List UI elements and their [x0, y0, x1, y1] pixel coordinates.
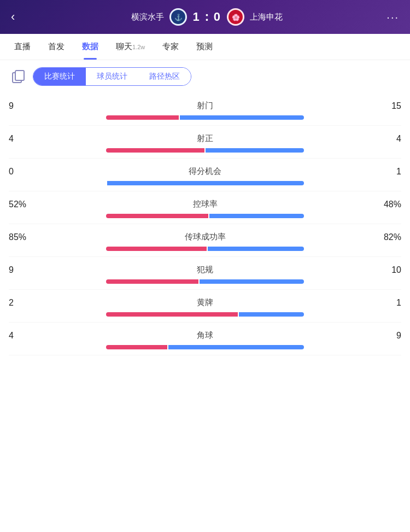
svg-text:🌸: 🌸: [231, 13, 239, 21]
stat-label: 角球: [197, 330, 213, 341]
bar-right: [168, 345, 304, 349]
stat-bar: [9, 247, 401, 251]
stat-left-value: 4: [9, 134, 36, 144]
tab-live[interactable]: 直播: [5, 34, 39, 60]
tab-data[interactable]: 数据: [73, 34, 107, 60]
match-score: 1：0: [192, 9, 221, 25]
sub-tab-player-stats[interactable]: 球员统计: [86, 68, 138, 85]
stat-label: 黄牌: [197, 297, 213, 308]
stat-row: 52% 控球率 48%: [9, 191, 401, 224]
sub-tabs-row: 比赛统计 球员统计 路径热区: [0, 60, 410, 93]
stat-right-value: 82%: [374, 232, 401, 242]
stat-right-value: 1: [374, 167, 401, 177]
stat-row: 9 犯规 10: [9, 257, 401, 290]
stat-left-value: 4: [9, 331, 36, 341]
stat-label: 控球率: [193, 199, 218, 209]
tab-expert[interactable]: 专家: [154, 34, 188, 60]
bar-right: [208, 247, 304, 251]
stat-right-value: 15: [374, 101, 401, 111]
bar-left: [106, 115, 179, 120]
stat-bar: [9, 214, 401, 218]
stat-row: 4 角球 9: [9, 323, 401, 355]
bar-right: [209, 214, 304, 218]
stat-bar: [9, 115, 401, 120]
tab-predict[interactable]: 预测: [188, 34, 221, 60]
header: ‹ 横滨水手 ⚓ 1：0 🌸 上海申花 ···: [0, 0, 410, 34]
stat-label: 射门: [197, 101, 213, 111]
sub-tab-heatmap[interactable]: 路径热区: [138, 68, 191, 85]
stat-row: 2 黄牌 1: [9, 290, 401, 323]
sub-tab-match-stats[interactable]: 比赛统计: [33, 68, 86, 85]
bar-left: [106, 312, 238, 317]
bar-left: [106, 148, 204, 153]
stat-bar: [9, 181, 401, 185]
stat-label: 犯规: [197, 265, 213, 275]
stat-bar: [9, 279, 401, 284]
bar-right: [200, 279, 304, 284]
team-right-badge: 🌸: [227, 8, 244, 26]
team-right-name: 上海申花: [250, 12, 283, 22]
back-button[interactable]: ‹: [11, 10, 27, 24]
svg-rect-5: [15, 71, 24, 80]
bar-left: [106, 345, 167, 349]
bar-right: [206, 148, 304, 153]
stat-left-value: 0: [9, 167, 36, 177]
match-info: 横滨水手 ⚓ 1：0 🌸 上海申花: [27, 8, 386, 26]
stat-left-value: 52%: [9, 200, 36, 209]
tab-chat[interactable]: 聊天1.2w: [107, 34, 154, 60]
team-left-badge: ⚓: [169, 8, 187, 26]
stat-row: 4 射正 4: [9, 126, 401, 159]
stats-container: 9 射门 15 4 射正 4 0 得分机会 1: [0, 93, 410, 355]
sub-tab-group: 比赛统计 球员统计 路径热区: [33, 67, 191, 86]
svg-text:⚓: ⚓: [174, 13, 183, 21]
team-left-name: 横滨水手: [131, 12, 164, 22]
stat-label: 传球成功率: [185, 232, 226, 242]
nav-tabs: 直播 首发 数据 聊天1.2w 专家 预测: [0, 34, 410, 60]
stat-label: 得分机会: [189, 166, 221, 177]
stat-right-value: 10: [374, 265, 401, 275]
bar-right: [107, 181, 304, 185]
more-button[interactable]: ···: [386, 11, 399, 24]
bar-right: [239, 312, 304, 317]
stat-label: 射正: [197, 133, 213, 144]
bar-left: [106, 279, 198, 284]
stat-row: 85% 传球成功率 82%: [9, 224, 401, 257]
stat-bar: [9, 312, 401, 317]
bar-left: [106, 247, 207, 251]
stat-left-value: 2: [9, 298, 36, 308]
stat-row: 9 射门 15: [9, 93, 401, 126]
stat-right-value: 4: [374, 134, 401, 144]
stat-bar: [9, 148, 401, 153]
stat-right-value: 48%: [374, 200, 401, 209]
stat-left-value: 85%: [9, 232, 36, 242]
stat-left-value: 9: [9, 265, 36, 275]
tab-lineup[interactable]: 首发: [39, 34, 73, 60]
stat-bar: [9, 345, 401, 349]
copy-icon[interactable]: [9, 67, 28, 86]
stat-right-value: 9: [374, 331, 401, 341]
stat-right-value: 1: [374, 298, 401, 308]
stat-row: 0 得分机会 1: [9, 159, 401, 191]
bar-left: [106, 214, 208, 218]
stat-left-value: 9: [9, 101, 36, 111]
bar-right: [180, 115, 304, 120]
